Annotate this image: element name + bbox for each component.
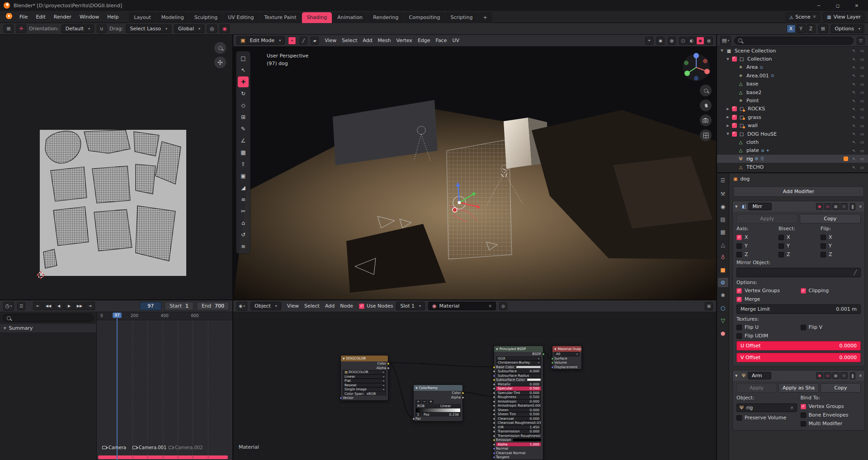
face-select-button[interactable]: ▰ <box>311 37 319 45</box>
viewport-tool-button[interactable]: ⇧ <box>238 159 249 170</box>
node-socket[interactable] <box>493 426 495 429</box>
node-socket[interactable] <box>493 383 495 386</box>
collection-checkbox[interactable] <box>732 106 737 111</box>
modifier-display-toggle[interactable]: ◉ <box>816 372 823 379</box>
orientation-dropdown[interactable]: Default <box>61 24 94 33</box>
selectable-toggle-icon[interactable]: ↖ <box>851 140 857 144</box>
outliner-row-rig[interactable]: Ψrig⚙☰↖▭ <box>717 155 868 163</box>
mirror-option-checkbox[interactable]: Merge <box>736 296 797 302</box>
move-modifier-buttons[interactable]: ▲▼ <box>850 203 856 210</box>
edge-select-button[interactable]: ╱ <box>299 37 307 45</box>
viewport-tool-button[interactable]: ✎ <box>238 123 249 134</box>
use-nodes-checkbox[interactable]: Use Nodes <box>359 303 393 309</box>
bisect-axis-checkbox[interactable]: X <box>778 234 819 240</box>
modifier-display-toggle[interactable]: ▭ <box>824 203 831 210</box>
node-row[interactable]: Subsurface Color <box>496 378 541 382</box>
current-frame-field[interactable]: 97 <box>140 302 161 310</box>
menu-item[interactable]: Render <box>50 13 75 21</box>
outliner-editor-type-button[interactable]: ▤ <box>720 36 731 45</box>
hide-viewport-toggle-icon[interactable]: ▭ <box>859 107 865 111</box>
texture-option-checkbox[interactable]: Flip V <box>801 324 861 330</box>
axis-toggle[interactable]: Y <box>797 24 806 33</box>
properties-tab[interactable]: ● <box>718 328 728 338</box>
shader-type-dropdown[interactable]: Object <box>250 302 281 310</box>
bind-option-checkbox[interactable]: Bone Envelopes <box>801 412 861 418</box>
properties-tab[interactable]: ⚒ <box>718 189 728 199</box>
node-row[interactable]: 1Pos0.236 <box>415 413 461 417</box>
hide-viewport-toggle-icon[interactable]: ▭ <box>859 132 865 136</box>
node-socket[interactable] <box>493 422 495 424</box>
merge-limit-field[interactable]: Merge Limit 0.001 m <box>736 304 861 314</box>
viewport-tool-button[interactable]: ▦ <box>238 147 249 158</box>
modifier-display-toggle[interactable]: ◉ <box>816 203 823 210</box>
workspace-tab[interactable]: Animation <box>332 12 368 23</box>
frame-start-field[interactable]: Start1 <box>165 302 193 310</box>
armature-option-checkbox[interactable]: Preserve Volume <box>736 415 797 421</box>
apply-as-shape-button[interactable]: Apply as Sha <box>778 383 819 393</box>
delete-modifier-icon[interactable]: ✕ <box>859 374 862 378</box>
collection-checkbox[interactable] <box>732 132 737 137</box>
outliner-row-area-001[interactable]: ☀Area.001⊙↖▭ <box>717 71 868 80</box>
color-swatch[interactable] <box>513 438 541 441</box>
node-colorramp[interactable]: ▼ColorRampColorAlpha+−▾RGBLinear1Pos0.23… <box>413 384 463 422</box>
node-row[interactable]: Repeat▾ <box>343 383 386 388</box>
active-tool-icon[interactable]: ✛ <box>16 24 26 33</box>
snap-node-icon[interactable]: ⊞ <box>705 302 713 310</box>
view-layer-selector[interactable]: ▦ View Layer <box>823 13 864 21</box>
outliner-search-field[interactable] <box>734 37 854 45</box>
viewport-tool-button[interactable]: ⊞ <box>238 112 249 123</box>
properties-tab[interactable]: ◉ <box>718 202 728 211</box>
viewport-tool-button[interactable]: ▣ <box>238 171 249 181</box>
snapping-toggle-icon[interactable]: ◉ <box>220 24 230 33</box>
filter-icon[interactable]: ▽ <box>857 37 865 45</box>
workspace-tab[interactable]: Layout <box>129 12 156 23</box>
node-socket[interactable] <box>387 367 390 370</box>
viewport-tool-button[interactable]: ◢ <box>238 182 249 193</box>
armature-panel-header[interactable]: ▼ Ψ Arm ◉▭▦◇ ▲▼ ✕ <box>733 370 864 381</box>
mirror-axis-checkbox[interactable]: Y <box>736 243 777 249</box>
hide-viewport-toggle-icon[interactable]: ▭ <box>859 156 865 161</box>
playhead-frame-badge[interactable]: 97 <box>113 313 121 318</box>
node-socket[interactable] <box>551 361 554 364</box>
node-material-output[interactable]: ▼Material OutputAll▾SurfaceVolumeDisplac… <box>552 346 582 370</box>
add-modifier-button[interactable]: Add Modifier <box>733 186 864 197</box>
node-row[interactable]: Sheen Tint0.500 <box>496 412 541 417</box>
expander-icon[interactable]: ▼ <box>726 57 730 61</box>
expander-icon[interactable]: ▶ <box>726 124 730 128</box>
shading-wireframe-button[interactable]: ○ <box>679 37 687 45</box>
workspace-tab[interactable]: Scripting <box>445 12 477 23</box>
timeline-menu-button[interactable]: ☰ <box>17 302 25 310</box>
outliner-row-base[interactable]: △base↖▭ <box>717 80 868 88</box>
color-swatch[interactable] <box>527 378 541 381</box>
node-socket[interactable] <box>493 435 495 437</box>
node-row[interactable]: Transmission0.000 <box>496 429 541 434</box>
dope-sheet[interactable]: 0200400600 97CameraCamera.001Camera.002 <box>97 312 232 460</box>
flip-axis-checkbox[interactable]: X <box>821 234 861 240</box>
node-row[interactable]: Clearcoat0.000 <box>496 417 541 421</box>
node-socket[interactable] <box>493 413 495 416</box>
node-socket[interactable] <box>542 353 545 356</box>
node-row[interactable]: Specular0.500 <box>496 386 541 391</box>
selectable-toggle-icon[interactable]: ↖ <box>851 123 857 128</box>
properties-editor-type-icon[interactable]: ☰ <box>718 175 728 185</box>
node-socket[interactable] <box>493 456 495 459</box>
bind-option-checkbox[interactable]: Vertex Groups <box>801 403 861 409</box>
node-row[interactable] <box>415 408 461 413</box>
node-row[interactable]: Subsurface Radius <box>496 374 541 378</box>
copy-button[interactable]: Copy <box>800 214 861 223</box>
node-graph-canvas[interactable]: ▼DOGCOLORColorAlpha▦DOGCOLOR✕Linear▾Flat… <box>233 312 716 460</box>
viewport-menu-item[interactable]: Edge <box>415 36 433 45</box>
workspace-tab[interactable]: UV Editing <box>223 12 259 23</box>
hide-viewport-toggle-icon[interactable]: ▭ <box>859 115 865 119</box>
selectable-toggle-icon[interactable]: ↖ <box>851 132 857 136</box>
properties-tab[interactable]: ⚙ <box>718 278 728 287</box>
viewport-tool-button[interactable]: ↖ <box>238 65 249 76</box>
blender-menu-icon[interactable] <box>4 13 14 20</box>
node-row[interactable]: Clearcoat Roughness0.030 <box>496 421 541 425</box>
minimize-button[interactable]: ─ <box>811 2 826 9</box>
properties-tab[interactable]: ▦ <box>718 227 728 237</box>
viewport-tool-button[interactable]: ≋ <box>238 241 249 252</box>
node-row[interactable]: Emission <box>496 438 541 442</box>
timeline-editor-type-button[interactable]: ◷ <box>3 302 14 311</box>
selectable-toggle-icon[interactable]: ↖ <box>851 156 857 161</box>
